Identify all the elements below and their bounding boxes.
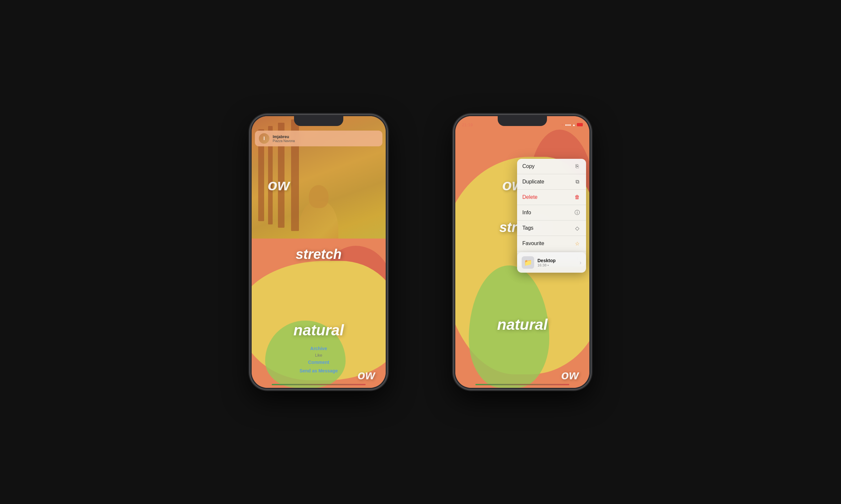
user-bar: l lmjabreu Piazza Navona <box>255 131 382 146</box>
menu-item-delete[interactable]: Delete 🗑 <box>517 190 586 205</box>
folder-item[interactable]: 📁 Desktop 16:38 • › <box>517 252 586 273</box>
right-notch <box>498 116 547 126</box>
statue-head <box>309 185 328 208</box>
trash-icon: 🗑 <box>573 194 581 201</box>
menu-label-info: Info <box>522 210 531 216</box>
location-icon: ✈ <box>561 123 564 127</box>
menu-label-duplicate: Duplicate <box>522 179 544 185</box>
right-status-icons: ✈ ●●● ▲ <box>561 123 583 127</box>
folder-icon: 📁 <box>524 258 532 267</box>
stretch-text-left: stretch <box>296 247 342 262</box>
menu-item-info[interactable]: Info ⓘ <box>517 205 586 220</box>
folder-info: Desktop 16:38 • <box>537 258 555 267</box>
folder-icon-box: 📁 <box>522 256 534 269</box>
folder-date: 16:38 • <box>537 263 555 267</box>
left-screen-content: ow stretch natural <box>252 116 386 388</box>
signal-icon: ●●● <box>565 123 571 127</box>
send-button[interactable]: Send as Message <box>294 367 343 375</box>
ow-bottom-text-right: ow <box>562 368 579 382</box>
menu-item-duplicate[interactable]: Duplicate ⧉ <box>517 174 586 190</box>
ow-photo-text: ow <box>268 176 290 194</box>
context-menu: Copy ⎘ Duplicate ⧉ Delete 🗑 <box>517 159 586 267</box>
scene: ow stretch natural <box>0 0 841 504</box>
info-icon: ⓘ <box>573 209 581 216</box>
folder-name: Desktop <box>537 258 555 263</box>
comment-button[interactable]: Comment <box>303 358 335 366</box>
right-phone-container: 21:19 ✈ ●●● ▲ <box>453 114 591 390</box>
natural-text-left: natural <box>293 321 344 339</box>
home-indicator-left <box>272 384 366 385</box>
natural-text-right: natural <box>497 316 547 334</box>
left-phone: ow stretch natural <box>250 114 388 390</box>
copy-icon: ⎘ <box>573 163 581 170</box>
right-phone: 21:19 ✈ ●●● ▲ <box>453 114 591 390</box>
duplicate-icon: ⧉ <box>573 178 581 185</box>
action-area: Archive Like Comment Send as Message <box>252 344 386 375</box>
menu-label-copy: Copy <box>522 163 534 169</box>
wifi-icon: ▲ <box>572 123 576 127</box>
user-info: lmjabreu Piazza Navona <box>273 134 295 143</box>
archive-button[interactable]: Archive <box>305 344 332 353</box>
username: lmjabreu <box>273 134 295 139</box>
right-screen: 21:19 ✈ ●●● ▲ <box>455 116 589 388</box>
avatar-letter: l <box>263 136 265 141</box>
menu-item-favourite[interactable]: Favourite ☆ <box>517 236 586 251</box>
location: Piazza Navona <box>273 139 295 143</box>
notch <box>294 116 343 126</box>
right-screen-content: 21:19 ✈ ●●● ▲ <box>455 116 589 388</box>
phones-wrapper: ow stretch natural <box>250 114 591 390</box>
chevron-right-icon: › <box>580 259 582 266</box>
left-phone-container: ow stretch natural <box>250 114 388 390</box>
avatar: l <box>259 133 269 144</box>
menu-label-delete: Delete <box>522 194 537 200</box>
menu-label-tags: Tags <box>522 225 533 231</box>
home-indicator-right <box>475 384 569 385</box>
menu-item-tags[interactable]: Tags ◇ <box>517 220 586 236</box>
status-time-right: 21:19 <box>462 122 473 127</box>
left-screen: ow stretch natural <box>252 116 386 388</box>
tag-icon: ◇ <box>573 224 581 232</box>
menu-label-favourite: Favourite <box>522 240 544 247</box>
menu-item-copy[interactable]: Copy ⎘ <box>517 159 586 174</box>
battery-icon <box>577 123 583 126</box>
like-button[interactable]: Like <box>315 353 322 358</box>
star-icon: ☆ <box>573 240 581 247</box>
